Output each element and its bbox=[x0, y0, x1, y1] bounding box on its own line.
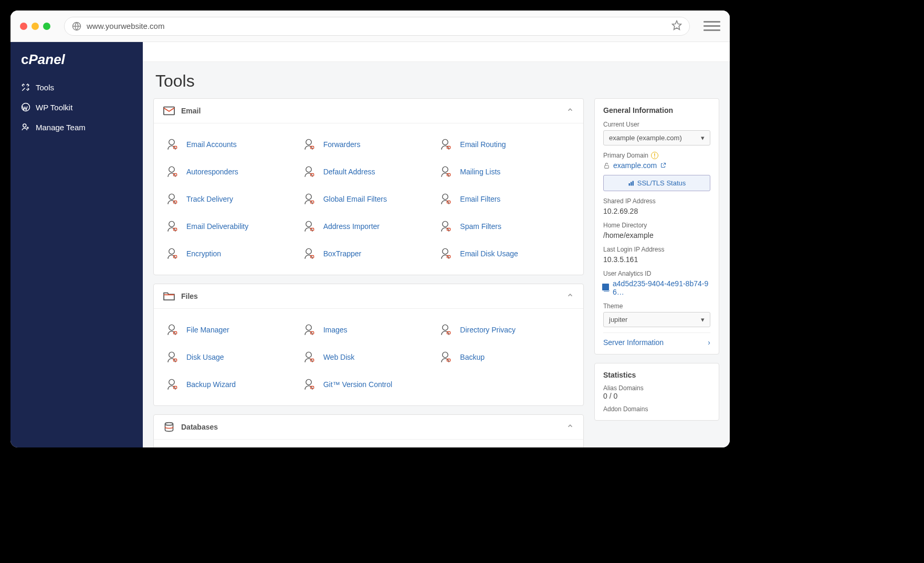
tool-email-deliverability[interactable]: Email Deliverability bbox=[163, 213, 300, 240]
tool-boxtrapper[interactable]: BoxTrapper bbox=[300, 240, 437, 267]
hamburger-icon[interactable] bbox=[704, 21, 720, 31]
tool-mysql-database-wizard[interactable]: MySQL® Database Wizard bbox=[437, 447, 574, 447]
analytics-id-label: User Analytics ID bbox=[603, 270, 710, 277]
tool-email-filters[interactable]: Email Filters bbox=[437, 185, 574, 213]
tool-label: Images bbox=[323, 326, 348, 334]
tool-autoresponders[interactable]: Autoresponders bbox=[163, 158, 300, 185]
home-dir-value: /home/example bbox=[603, 231, 710, 239]
tool-icon bbox=[300, 163, 317, 180]
tool-email-routing[interactable]: Email Routing bbox=[437, 131, 574, 158]
svg-rect-61 bbox=[632, 181, 634, 185]
minimize-light[interactable] bbox=[32, 23, 39, 30]
tool-email-disk-usage[interactable]: Email Disk Usage bbox=[437, 240, 574, 267]
team-icon bbox=[21, 122, 30, 132]
tool-disk-usage[interactable]: Disk Usage bbox=[163, 343, 300, 371]
primary-domain-link[interactable]: example.com bbox=[613, 161, 657, 170]
sidebar-item-wp-toolkit[interactable]: WP Toolkit bbox=[10, 97, 143, 117]
tool-forwarders[interactable]: Forwarders bbox=[300, 131, 437, 158]
tool-directory-privacy[interactable]: Directory Privacy bbox=[437, 316, 574, 343]
tool-default-address[interactable]: Default Address bbox=[300, 158, 437, 185]
tool-label: Address Importer bbox=[323, 222, 380, 231]
sidebar-item-manage-team[interactable]: Manage Team bbox=[10, 117, 143, 137]
tool-web-disk[interactable]: Web Disk bbox=[300, 343, 437, 371]
tool-label: File Manager bbox=[186, 326, 229, 334]
svg-point-33 bbox=[443, 248, 448, 254]
tool-spam-filters[interactable]: Spam Filters bbox=[437, 213, 574, 240]
panel-databases: Databases phpMyAdminMySQL® DatabasesMySQ… bbox=[153, 414, 584, 447]
theme-select[interactable]: jupiter ▾ bbox=[603, 312, 710, 327]
tool-address-importer[interactable]: Address Importer bbox=[300, 213, 437, 240]
chevron-up-icon[interactable] bbox=[566, 422, 574, 432]
svg-point-51 bbox=[165, 423, 173, 425]
tool-icon bbox=[300, 136, 317, 153]
analytics-id-value[interactable]: a4d5d235-9404-4e91-8b74-96… bbox=[603, 279, 710, 296]
tool-encryption[interactable]: Encryption bbox=[163, 240, 300, 267]
tool-icon bbox=[163, 163, 180, 180]
tool-backup[interactable]: Backup bbox=[437, 343, 574, 371]
tool-icon bbox=[437, 191, 454, 207]
address-bar[interactable]: www.yourwebsite.com bbox=[64, 17, 690, 36]
alias-domains-value: 0 / 0 bbox=[603, 392, 710, 400]
general-info-title: General Information bbox=[603, 106, 710, 114]
tool-icon bbox=[163, 321, 180, 338]
page-title: Tools bbox=[143, 62, 730, 98]
tool-git-version-control[interactable]: Git™ Version Control bbox=[300, 371, 437, 398]
svg-point-15 bbox=[443, 166, 448, 172]
tools-icon bbox=[21, 82, 30, 92]
folder-icon bbox=[163, 291, 175, 301]
tool-label: Email Filters bbox=[460, 195, 500, 203]
tool-mysql-databases[interactable]: MySQL® Databases bbox=[300, 447, 437, 447]
mail-icon bbox=[163, 106, 175, 116]
server-information-link[interactable]: Server Information › bbox=[603, 332, 710, 347]
tool-email-accounts[interactable]: Email Accounts bbox=[163, 131, 300, 158]
external-link-icon bbox=[660, 162, 666, 169]
chevron-up-icon[interactable] bbox=[566, 291, 574, 301]
tool-file-manager[interactable]: File Manager bbox=[163, 316, 300, 343]
svg-point-3 bbox=[23, 124, 26, 127]
tool-icon bbox=[163, 191, 180, 207]
svg-point-13 bbox=[306, 166, 311, 172]
tool-backup-wizard[interactable]: Backup Wizard bbox=[163, 371, 300, 398]
ssl-tls-status-button[interactable]: SSL/TLS Status bbox=[603, 175, 710, 191]
current-user-select[interactable]: example (example.com) ▾ bbox=[603, 130, 710, 145]
tool-icon bbox=[437, 136, 454, 153]
sidebar-item-label: Tools bbox=[36, 83, 54, 92]
tool-global-email-filters[interactable]: Global Email Filters bbox=[300, 185, 437, 213]
tool-icon bbox=[300, 218, 317, 235]
tool-label: Encryption bbox=[186, 249, 221, 258]
brand-logo: cPanel bbox=[10, 51, 143, 77]
window-lights bbox=[20, 23, 50, 30]
chevron-right-icon: › bbox=[708, 338, 710, 347]
alias-domains-label: Alias Domains bbox=[603, 384, 710, 392]
tool-phpmyadmin[interactable]: phpMyAdmin bbox=[163, 447, 300, 447]
svg-point-29 bbox=[169, 248, 175, 254]
tool-label: Disk Usage bbox=[186, 353, 224, 361]
svg-point-37 bbox=[306, 325, 311, 330]
tool-images[interactable]: Images bbox=[300, 316, 437, 343]
tool-icon bbox=[300, 321, 317, 338]
sidebar-item-label: Manage Team bbox=[36, 123, 86, 132]
svg-point-17 bbox=[169, 194, 175, 200]
bookmark-icon[interactable] bbox=[671, 20, 682, 32]
globe-icon bbox=[72, 22, 81, 31]
last-login-label: Last Login IP Address bbox=[603, 246, 710, 253]
chevron-up-icon[interactable] bbox=[566, 106, 574, 116]
chevron-down-icon: ▾ bbox=[701, 316, 705, 324]
tool-label: Directory Privacy bbox=[460, 326, 516, 334]
main-content: Tools Email Email AccountsForwardersEmai… bbox=[143, 42, 730, 447]
current-user-label: Current User bbox=[603, 121, 710, 128]
maximize-light[interactable] bbox=[43, 23, 50, 30]
tool-label: Email Deliverability bbox=[186, 222, 248, 231]
tool-label: Spam Filters bbox=[460, 222, 501, 231]
svg-point-35 bbox=[169, 325, 175, 330]
lock-open-icon bbox=[603, 162, 610, 169]
tool-mailing-lists[interactable]: Mailing Lists bbox=[437, 158, 574, 185]
panel-title: Files bbox=[181, 292, 198, 300]
close-light[interactable] bbox=[20, 23, 27, 30]
copy-icon bbox=[603, 285, 610, 291]
tool-label: Backup Wizard bbox=[186, 380, 236, 389]
tool-icon bbox=[300, 376, 317, 393]
tool-track-delivery[interactable]: Track Delivery bbox=[163, 185, 300, 213]
tool-label: Mailing Lists bbox=[460, 168, 500, 176]
sidebar-item-tools[interactable]: Tools bbox=[10, 77, 143, 97]
